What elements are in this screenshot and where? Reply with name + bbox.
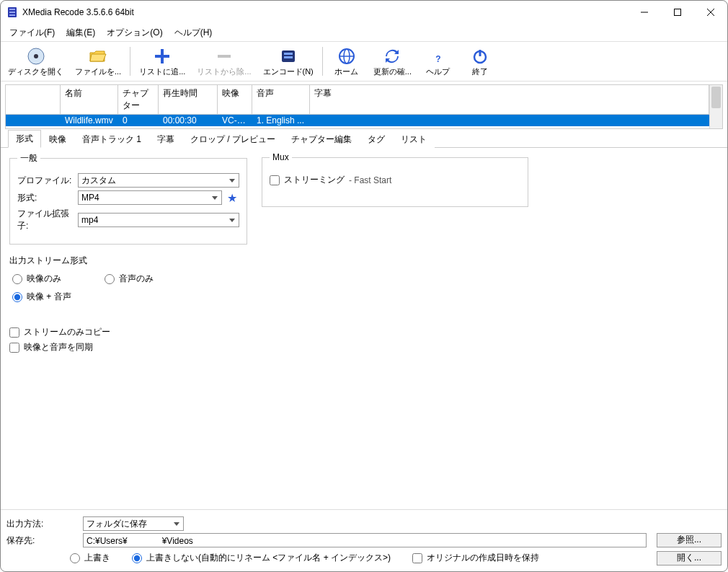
browse-button[interactable]: 参照... bbox=[657, 533, 722, 547]
column-playtime[interactable]: 再生時間 bbox=[159, 85, 218, 115]
tab-subtitle[interactable]: 字幕 bbox=[149, 131, 182, 148]
format-label: 形式: bbox=[17, 192, 78, 204]
group-mux: Mux ストリーミング - Fast Start bbox=[262, 152, 528, 207]
general-legend: 一般 bbox=[17, 152, 40, 164]
menu-file[interactable]: ファイル(F) bbox=[4, 25, 61, 41]
add-to-list-button[interactable]: リストに追... bbox=[133, 43, 191, 80]
svg-text:?: ? bbox=[435, 54, 440, 64]
column-blank[interactable] bbox=[6, 85, 61, 115]
checkbox-preserve-date[interactable]: オリジナルの作成日時を保持 bbox=[412, 550, 539, 566]
radio-audio-only[interactable]: 音声のみ bbox=[105, 271, 154, 286]
open-folder-button[interactable]: 開く... bbox=[657, 551, 722, 566]
svg-rect-11 bbox=[155, 55, 169, 58]
tab-chapter[interactable]: チャプター編集 bbox=[283, 131, 360, 148]
menu-edit[interactable]: 編集(E) bbox=[61, 25, 101, 41]
output-method-select[interactable]: フォルダに保存 bbox=[83, 516, 184, 531]
svg-rect-2 bbox=[9, 12, 15, 13]
svg-rect-3 bbox=[9, 14, 15, 16]
file-list-scrollbar[interactable] bbox=[709, 85, 722, 128]
encode-button[interactable]: エンコード(N) bbox=[257, 43, 319, 80]
open-disc-button[interactable]: ディスクを開く bbox=[2, 43, 69, 80]
column-audio[interactable]: 音声 bbox=[252, 85, 310, 115]
window-title: XMedia Recode 3.5.6.6 64bit bbox=[22, 7, 628, 17]
svg-rect-1 bbox=[9, 9, 15, 10]
tab-list[interactable]: リスト bbox=[393, 131, 435, 148]
svg-rect-12 bbox=[218, 55, 231, 58]
minus-icon bbox=[214, 46, 234, 66]
toolbar: ディスクを開く ファイルを... リストに追... リストから除... エンコー… bbox=[1, 41, 727, 82]
file-list[interactable]: 名前 チャプター 再生時間 映像 音声 字幕 Wildlife.wmv000:0… bbox=[5, 84, 723, 129]
maximize-button[interactable] bbox=[661, 1, 694, 24]
menu-help[interactable]: ヘルプ(H) bbox=[169, 25, 218, 41]
tab-format[interactable]: 形式 bbox=[8, 130, 41, 148]
svg-rect-5 bbox=[675, 9, 681, 16]
folder-icon bbox=[88, 46, 108, 66]
favorite-star-icon[interactable]: ★ bbox=[225, 191, 239, 205]
tab-audio-track[interactable]: 音声トラック 1 bbox=[74, 131, 149, 148]
tab-crop-preview[interactable]: クロップ / プレビュー bbox=[182, 131, 283, 148]
minimize-button[interactable] bbox=[628, 1, 661, 24]
column-subtitle[interactable]: 字幕 bbox=[310, 85, 709, 115]
profile-select[interactable]: カスタム bbox=[78, 173, 239, 188]
power-icon bbox=[470, 46, 490, 66]
column-name[interactable]: 名前 bbox=[61, 85, 118, 115]
remove-from-list-button: リストから除... bbox=[191, 43, 257, 80]
open-file-button[interactable]: ファイルを... bbox=[69, 43, 127, 80]
dest-label: 保存先: bbox=[6, 534, 79, 547]
titlebar: XMedia Recode 3.5.6.6 64bit bbox=[1, 1, 727, 24]
globe-icon bbox=[337, 46, 357, 66]
column-video[interactable]: 映像 bbox=[218, 85, 252, 115]
radio-video-only[interactable]: 映像のみ bbox=[12, 271, 61, 286]
menu-option[interactable]: オプション(O) bbox=[101, 25, 168, 41]
svg-rect-15 bbox=[284, 56, 293, 58]
encode-icon bbox=[278, 46, 298, 66]
toolbar-separator bbox=[130, 47, 130, 76]
mux-legend: Mux bbox=[270, 152, 292, 162]
column-chapter[interactable]: チャプター bbox=[118, 85, 159, 115]
table-row[interactable]: Wildlife.wmv000:00:30VC-1 ...1. English … bbox=[6, 115, 709, 126]
update-button[interactable]: 更新の確... bbox=[368, 43, 417, 80]
disc-icon bbox=[26, 46, 46, 66]
group-general: 一般 プロファイル: カスタム 形式: MP4 ★ ファイル拡張子: mp4 bbox=[9, 152, 247, 245]
radio-no-overwrite[interactable]: 上書きしない(自動的にリネーム <ファイル名 + インデックス>) bbox=[132, 550, 391, 566]
checkbox-stream-copy[interactable]: ストリームのみコピー bbox=[9, 325, 247, 340]
radio-video-audio[interactable]: 映像 + 音声 bbox=[12, 289, 247, 304]
app-icon bbox=[6, 6, 18, 18]
dest-path-input[interactable]: C:¥Users¥ ¥Videos bbox=[83, 533, 647, 547]
tab-video[interactable]: 映像 bbox=[41, 131, 74, 148]
faststart-note: - Fast Start bbox=[349, 175, 391, 185]
format-select[interactable]: MP4 bbox=[78, 190, 222, 205]
output-stream-title: 出力ストリーム形式 bbox=[9, 255, 247, 267]
checkbox-streaming[interactable]: ストリーミング - Fast Start bbox=[270, 172, 520, 188]
help-icon: ? bbox=[428, 46, 448, 66]
table-row[interactable]: french_pol...000:03:07H.26...1. Unknow..… bbox=[6, 126, 709, 128]
svg-rect-14 bbox=[284, 53, 293, 55]
home-button[interactable]: ホーム bbox=[326, 43, 368, 80]
profile-label: プロファイル: bbox=[17, 175, 78, 187]
radio-overwrite[interactable]: 上書き bbox=[70, 550, 110, 566]
bottom-bar: 出力方法: フォルダに保存 保存先: C:¥Users¥ ¥Videos 参照.… bbox=[1, 509, 727, 571]
menubar: ファイル(F) 編集(E) オプション(O) ヘルプ(H) bbox=[1, 24, 727, 41]
refresh-icon bbox=[382, 46, 402, 66]
close-button[interactable] bbox=[694, 1, 727, 24]
plus-icon bbox=[152, 46, 172, 66]
ext-select[interactable]: mp4 bbox=[78, 213, 239, 227]
tab-tag[interactable]: タグ bbox=[360, 131, 393, 148]
ext-label: ファイル拡張子: bbox=[17, 208, 78, 232]
checkbox-sync-va[interactable]: 映像と音声を同期 bbox=[9, 340, 247, 355]
exit-button[interactable]: 終了 bbox=[459, 43, 501, 80]
toolbar-separator bbox=[322, 47, 323, 76]
tab-content-format: 一般 プロファイル: カスタム 形式: MP4 ★ ファイル拡張子: mp4 出… bbox=[1, 148, 727, 509]
output-method-label: 出力方法: bbox=[6, 518, 79, 530]
help-button[interactable]: ? ヘルプ bbox=[417, 43, 459, 80]
file-list-header: 名前 チャプター 再生時間 映像 音声 字幕 bbox=[6, 85, 709, 115]
tabstrip: 形式 映像 音声トラック 1 字幕 クロップ / プレビュー チャプター編集 タ… bbox=[1, 132, 727, 148]
svg-point-9 bbox=[34, 54, 38, 58]
